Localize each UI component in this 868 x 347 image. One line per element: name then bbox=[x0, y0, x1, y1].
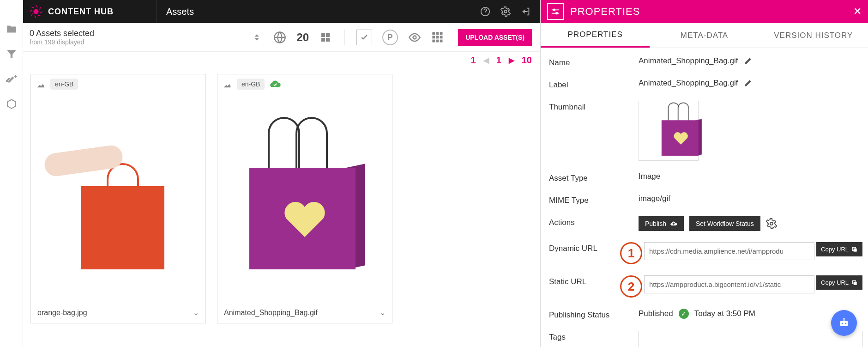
close-icon[interactable]: ✕ bbox=[853, 6, 862, 18]
logo[interactable]: CONTENT HUB bbox=[23, 0, 157, 23]
label-label: Label bbox=[549, 79, 637, 90]
logo-text: CONTENT HUB bbox=[48, 7, 114, 17]
asset-type-label: Asset Type bbox=[549, 172, 637, 183]
actions-label: Actions bbox=[549, 216, 637, 227]
svg-rect-9 bbox=[433, 32, 435, 35]
properties-body: Name Animated_Shopping_Bag.gif Label Ani… bbox=[541, 48, 868, 347]
pager: 1 ◀ 1 ▶ 10 bbox=[23, 52, 540, 68]
svg-rect-10 bbox=[436, 32, 439, 35]
globe-icon[interactable] bbox=[273, 31, 286, 44]
mime-type-value: image/gif bbox=[639, 194, 670, 203]
asset-filename: Animated_Shopping_Bag.gif bbox=[224, 309, 318, 317]
selection-count: 0 Assets selected bbox=[30, 29, 250, 38]
annotation-2: 2 bbox=[620, 275, 642, 298]
svg-point-24 bbox=[770, 222, 773, 225]
gear-icon[interactable] bbox=[766, 218, 777, 229]
logo-mark-icon bbox=[29, 4, 43, 19]
annotation-1: 1 bbox=[620, 242, 642, 264]
tools-icon[interactable] bbox=[6, 73, 18, 85]
publish-toggle-icon[interactable]: P bbox=[382, 30, 398, 45]
tags-input[interactable] bbox=[639, 331, 862, 347]
select-all-icon[interactable] bbox=[356, 30, 372, 45]
publishing-status-value: Published bbox=[639, 309, 673, 318]
settings-icon[interactable] bbox=[500, 6, 511, 17]
asset-filename: orange-bag.jpg bbox=[37, 309, 87, 317]
chevron-down-icon[interactable]: ⌄ bbox=[193, 308, 199, 317]
copy-icon bbox=[851, 280, 858, 286]
pager-prev-icon: ◀ bbox=[483, 56, 489, 65]
copy-static-url-button[interactable]: Copy URL bbox=[816, 275, 862, 290]
tab-properties[interactable]: PROPERTIES bbox=[541, 23, 650, 48]
mime-type-label: MIME Type bbox=[549, 194, 637, 205]
cloud-published-icon bbox=[269, 78, 281, 90]
dynamic-url-label: Dynamic URL bbox=[549, 242, 618, 253]
set-workflow-button[interactable]: Set Workflow Status bbox=[689, 216, 760, 231]
selection-info: 0 Assets selected from 199 displayed bbox=[30, 29, 250, 46]
tags-label: Tags bbox=[549, 331, 637, 342]
asset-thumbnail bbox=[217, 94, 392, 302]
topbar: CONTENT HUB Assets bbox=[23, 0, 540, 23]
svg-point-30 bbox=[842, 323, 843, 324]
edit-icon[interactable] bbox=[744, 79, 752, 87]
svg-rect-5 bbox=[326, 33, 330, 37]
folder-icon[interactable] bbox=[6, 23, 18, 35]
cloud-upload-icon bbox=[670, 220, 677, 227]
help-icon[interactable] bbox=[480, 6, 490, 17]
label-value: Animated_Shopping_Bag.gif bbox=[639, 79, 738, 88]
grid-view-icon[interactable] bbox=[319, 31, 332, 44]
svg-point-18 bbox=[38, 82, 40, 83]
status-check-icon: ✓ bbox=[679, 309, 689, 319]
asset-card[interactable]: en-GB Animated_Shopping_Bag.gif ⌄ bbox=[217, 74, 392, 323]
svg-rect-16 bbox=[436, 39, 439, 42]
svg-point-2 bbox=[504, 10, 507, 13]
bulk-action-icon[interactable] bbox=[431, 31, 444, 44]
svg-rect-25 bbox=[854, 248, 857, 251]
copy-dynamic-url-button[interactable]: Copy URL bbox=[816, 242, 862, 256]
chat-fab[interactable] bbox=[831, 310, 857, 336]
chevron-down-icon[interactable]: ⌄ bbox=[380, 308, 386, 317]
asset-grid: en-GB orange-bag.jpg ⌄ en-GB Animated_Sh… bbox=[23, 68, 540, 347]
tab-metadata[interactable]: META-DATA bbox=[650, 23, 759, 48]
svg-rect-11 bbox=[440, 32, 443, 35]
pager-current[interactable]: 1 bbox=[496, 55, 501, 66]
logout-icon[interactable] bbox=[521, 6, 531, 17]
svg-rect-7 bbox=[326, 38, 330, 42]
filter-icon[interactable] bbox=[6, 48, 18, 60]
asset-thumbnail bbox=[31, 94, 205, 302]
thumbnail-preview bbox=[639, 101, 699, 161]
panel-title: PROPERTIES bbox=[570, 6, 847, 18]
sort-icon[interactable] bbox=[250, 31, 263, 44]
static-url-input[interactable] bbox=[644, 275, 814, 293]
svg-rect-12 bbox=[433, 36, 435, 38]
publishing-status-label: Publishing Status bbox=[549, 309, 637, 320]
pager-next-icon[interactable]: ▶ bbox=[509, 56, 514, 65]
asset-card[interactable]: en-GB orange-bag.jpg ⌄ bbox=[30, 74, 206, 323]
name-value: Animated_Shopping_Bag.gif bbox=[639, 56, 738, 66]
page-size[interactable]: 20 bbox=[296, 31, 309, 44]
svg-rect-6 bbox=[321, 38, 325, 42]
section-title: Assets bbox=[157, 6, 480, 17]
svg-point-33 bbox=[843, 318, 844, 319]
edit-icon[interactable] bbox=[744, 57, 752, 65]
dynamic-url-input[interactable] bbox=[644, 242, 814, 260]
package-icon[interactable] bbox=[6, 98, 18, 110]
panel-tabs: PROPERTIES META-DATA VERSION HISTORY bbox=[541, 23, 868, 48]
svg-rect-4 bbox=[321, 33, 325, 37]
tab-version-history[interactable]: VERSION HISTORY bbox=[759, 23, 868, 48]
svg-rect-27 bbox=[854, 281, 857, 285]
visibility-icon[interactable] bbox=[408, 31, 421, 44]
panel-header: PROPERTIES ✕ bbox=[541, 0, 868, 23]
svg-point-8 bbox=[413, 36, 416, 39]
pager-last[interactable]: 10 bbox=[522, 55, 532, 66]
toolbar-divider bbox=[344, 30, 344, 45]
asset-type-value: Image bbox=[639, 172, 660, 181]
thumbnail-label: Thumbnail bbox=[549, 101, 637, 112]
upload-button[interactable]: UPLOAD ASSET(S) bbox=[458, 29, 532, 46]
locale-chip: en-GB bbox=[50, 79, 78, 90]
image-type-icon bbox=[36, 79, 46, 89]
publish-button[interactable]: Publish bbox=[639, 216, 684, 231]
static-url-label: Static URL bbox=[549, 275, 618, 286]
main-column: CONTENT HUB Assets 0 Assets selected fro… bbox=[23, 0, 540, 347]
pager-first[interactable]: 1 bbox=[471, 55, 476, 66]
svg-rect-17 bbox=[440, 39, 443, 42]
